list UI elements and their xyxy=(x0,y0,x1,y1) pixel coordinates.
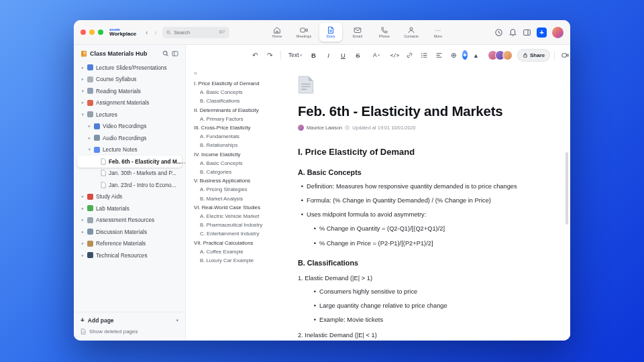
outline-item[interactable]: VII. Practical Calculations xyxy=(194,239,294,247)
outline-item[interactable]: IV. Income Elasticity xyxy=(194,150,294,159)
numbered-item-2[interactable]: 2. Inelastic Demand (|E| < 1) xyxy=(298,332,547,339)
italic-button[interactable]: I xyxy=(322,50,335,61)
nav-phone[interactable]: Phone xyxy=(373,23,396,42)
forward-button[interactable]: › xyxy=(151,29,160,36)
nav-contacts[interactable]: Contacts xyxy=(400,23,423,42)
collaborator-avatar-3[interactable] xyxy=(502,50,513,60)
outline-item[interactable]: A. Fundamentals xyxy=(194,132,294,141)
collapse-outline-icon[interactable]: « xyxy=(194,70,294,76)
sidebar-item-study-aids[interactable]: ▸ Study Aids xyxy=(77,191,182,203)
notifications-bell-icon[interactable] xyxy=(508,28,517,37)
collapse-toolbar-button[interactable]: ▴ xyxy=(470,50,482,61)
sidebar-item-reference-materials[interactable]: ▸ Reference Materials xyxy=(77,238,182,250)
sidebar-item-reading-materials[interactable]: ▾ Reading Materials xyxy=(77,85,182,97)
align-button[interactable] xyxy=(433,50,445,61)
sub-bullet-item[interactable]: % Change in Price = (P2-P1)/[(P2+P1)/2] xyxy=(311,240,547,247)
outline-item[interactable]: A. Primary Factors xyxy=(194,115,294,123)
chevron-right-icon[interactable]: ▸ xyxy=(80,253,86,258)
chevron-right-icon[interactable]: ▸ xyxy=(80,241,86,246)
show-deleted-pages-button[interactable]: Show deleted pages xyxy=(80,328,178,335)
redo-button[interactable]: ↷ xyxy=(264,50,276,61)
chevron-right-icon[interactable]: ▸ xyxy=(80,206,86,211)
bullet-item[interactable]: Uses midpoint formula to avoid asymmetry… xyxy=(298,211,547,219)
side-panel-icon[interactable] xyxy=(523,28,531,37)
share-button[interactable]: Share xyxy=(517,49,550,62)
history-clock-icon[interactable] xyxy=(494,28,503,37)
nav-docs[interactable]: Docs xyxy=(319,23,342,42)
ai-companion-button[interactable] xyxy=(462,50,468,60)
underline-button[interactable]: U xyxy=(337,50,350,61)
sidebar-item-assessment-resources[interactable]: ▸ Assessment Resources xyxy=(77,215,182,227)
text-style-dropdown[interactable]: Text ▾ xyxy=(285,50,305,61)
bullet-item[interactable]: Definition: Measures how responsive quan… xyxy=(298,183,547,190)
sidebar-item-feb-6th[interactable]: Feb. 6th - Elasticity and M... … xyxy=(77,156,182,168)
sidebar-item-video-recordings[interactable]: ▸ Video Recordings xyxy=(77,121,182,133)
chevron-right-icon[interactable]: ▸ xyxy=(80,217,86,223)
numbered-item-1[interactable]: 1. Elastic Demand (|E| > 1) xyxy=(298,275,547,282)
outline-item[interactable]: III. Cross-Price Elasticity xyxy=(194,123,294,132)
user-avatar[interactable] xyxy=(552,27,564,38)
sidebar-item-lecture-notes[interactable]: ▾ Lecture Notes xyxy=(77,144,182,156)
doc-title[interactable]: Feb. 6th - Elasticity and Markets xyxy=(298,103,547,119)
collapse-sidebar-icon[interactable] xyxy=(172,50,178,57)
nav-more[interactable]: … More xyxy=(427,23,449,42)
outline-item[interactable]: B. Luxury Car Example xyxy=(194,256,294,265)
undo-button[interactable]: ↶ xyxy=(249,50,262,61)
sidebar-item-lectures[interactable]: ▾ Lectures xyxy=(77,109,182,121)
search-input[interactable] xyxy=(174,29,203,36)
insert-block-button[interactable]: ⊕ xyxy=(447,50,460,61)
outline-item[interactable]: A. Electric Vehicle Market xyxy=(194,212,294,221)
new-item-button[interactable]: + xyxy=(537,27,547,38)
sidebar-item-jan-23rd[interactable]: Jan. 23rd - Intro to Econo... xyxy=(77,179,182,191)
chevron-down-icon[interactable]: ▾ xyxy=(176,318,178,323)
start-video-button[interactable] xyxy=(559,50,570,61)
subsection-heading-a[interactable]: A. Basic Concepts xyxy=(298,168,547,176)
bulleted-list-button[interactable] xyxy=(418,50,431,61)
link-button[interactable] xyxy=(403,50,416,61)
bullet-item[interactable]: Consumers highly sensitive to price xyxy=(311,288,547,296)
sidebar-item-technical-resources[interactable]: ▸ Technical Resources xyxy=(77,249,182,261)
minimize-window-button[interactable] xyxy=(89,29,95,35)
strikethrough-button[interactable]: S xyxy=(352,50,364,61)
bullet-item[interactable]: Formula: (% Change in Quantity Demanded)… xyxy=(298,197,547,204)
outline-item[interactable]: A. Coffee Example xyxy=(194,247,294,256)
subsection-heading-b[interactable]: B. Classifications xyxy=(298,259,547,267)
sidebar-item-audio-recordings[interactable]: ▸ Audio Recordings xyxy=(77,132,182,144)
close-window-button[interactable] xyxy=(80,29,86,35)
chevron-down-icon[interactable]: ▾ xyxy=(80,112,86,117)
outline-item[interactable]: B. Relationships xyxy=(194,141,294,149)
sidebar-item-lab-materials[interactable]: ▸ Lab Materials xyxy=(77,202,182,215)
chevron-right-icon[interactable]: ▸ xyxy=(80,65,86,70)
outline-item[interactable]: II. Determinants of Elasticity xyxy=(194,106,294,115)
outline-item[interactable]: A. Basic Concepts xyxy=(194,159,294,168)
chevron-down-icon[interactable]: ▾ xyxy=(87,147,93,152)
sidebar-item-course-syllabus[interactable]: ▸ Course Syllabus xyxy=(77,74,182,86)
outline-item[interactable]: VI. Real-World Case Studies xyxy=(194,203,294,212)
chevron-right-icon[interactable]: ▸ xyxy=(80,100,86,105)
add-page-button[interactable]: + Add page ▾ xyxy=(80,317,178,324)
sidebar-item-assignment-materials[interactable]: ▸ Assignment Materials xyxy=(77,97,182,109)
outline-item[interactable]: I. Price Elasticity of Demand xyxy=(194,79,294,88)
nav-email[interactable]: Email xyxy=(346,23,369,42)
bullet-item[interactable]: Example: Movie tickets xyxy=(311,316,547,324)
nav-meetings[interactable]: Meetings xyxy=(292,23,315,42)
item-more-icon[interactable]: … xyxy=(182,158,185,165)
sidebar-item-lecture-slides[interactable]: ▸ Lecture Slides/Presentations xyxy=(77,62,182,74)
outline-item[interactable]: A. Basic Concepts xyxy=(194,88,294,97)
outline-item[interactable]: C. Entertainment Industry xyxy=(194,229,294,238)
outline-item[interactable]: B. Market Analysis xyxy=(194,194,294,203)
maximize-window-button[interactable] xyxy=(98,29,103,35)
sidebar-item-jan-30th[interactable]: Jan. 30th - Markets and P... xyxy=(77,168,182,180)
chevron-right-icon[interactable]: ▸ xyxy=(80,229,86,235)
bullet-item[interactable]: Large quantity change relative to price … xyxy=(311,302,547,310)
global-search[interactable]: ⌘F xyxy=(162,27,229,38)
chevron-right-icon[interactable]: ▸ xyxy=(80,194,86,199)
outline-item[interactable]: A. Pricing Strategies xyxy=(194,185,294,194)
chevron-right-icon[interactable]: ▸ xyxy=(87,123,93,129)
font-color-button[interactable]: A ▾ xyxy=(366,50,386,61)
outline-item[interactable]: B. Pharmaceutical Industry xyxy=(194,221,294,229)
back-button[interactable]: ‹ xyxy=(142,29,151,36)
sidebar-search-icon[interactable] xyxy=(162,50,169,57)
chevron-right-icon[interactable]: ▸ xyxy=(80,76,86,82)
outline-item[interactable]: V. Business Applications xyxy=(194,176,294,185)
